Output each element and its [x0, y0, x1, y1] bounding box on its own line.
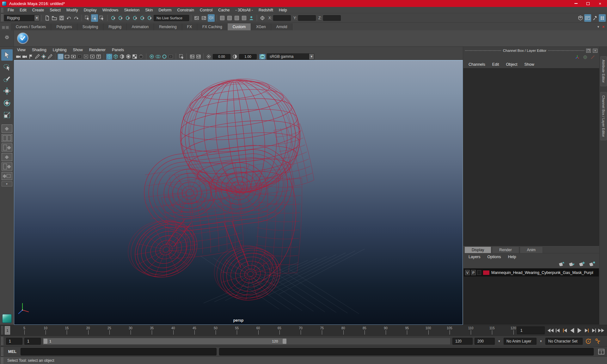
snap-to-points-icon[interactable] [124, 14, 131, 22]
shelf-tab-fx[interactable]: FX [182, 23, 197, 30]
toolbar-drag-handle[interactable] [1, 14, 3, 22]
redo-icon[interactable] [73, 14, 80, 22]
shadows-icon[interactable] [138, 54, 144, 60]
isolate-select-icon[interactable] [178, 54, 184, 60]
layout-four-pane[interactable] [2, 134, 12, 142]
exposure-field[interactable]: 0.00 [213, 54, 230, 59]
layer-name[interactable]: Mannequin_Head_Wearing_Cyberpunk_Gas_Mas… [491, 270, 593, 275]
paint-effects-icon[interactable] [241, 14, 248, 22]
animation-preferences-icon[interactable] [594, 337, 602, 345]
shelf-options-icon[interactable]: ▼ [597, 25, 600, 28]
create-empty-layer-icon[interactable] [579, 261, 586, 267]
panel-menu-panels[interactable]: Panels [109, 48, 127, 52]
playback-end-field[interactable]: 120 [452, 338, 473, 345]
layer-color-swatch[interactable] [483, 270, 489, 275]
display-region-icon[interactable] [83, 54, 89, 60]
layer-menu-layers[interactable]: Layers [466, 254, 483, 260]
menu-edit[interactable]: Edit [17, 7, 29, 13]
shelf-tab-fx-caching[interactable]: FX Caching [197, 23, 228, 30]
2d-pan-zoom-icon[interactable] [40, 54, 46, 60]
paint-select-tool[interactable] [1, 73, 13, 85]
snap-pencil-icon[interactable] [47, 54, 53, 60]
rotate-tool[interactable] [1, 97, 13, 109]
select-tool[interactable] [1, 49, 13, 61]
input-connections-icon[interactable] [193, 14, 200, 22]
playback-start-field[interactable]: 1 [24, 338, 41, 345]
layout-shortcuts-menu[interactable]: ▼ [2, 181, 12, 186]
mel-input[interactable] [21, 348, 217, 355]
tab-attribute-editor[interactable]: Attribute Editor [600, 56, 607, 86]
layer-editor-tab-display[interactable]: Display [464, 246, 491, 253]
panel-menu-show[interactable]: Show [70, 48, 86, 52]
save-scene-icon[interactable] [58, 14, 65, 22]
float-panel-icon[interactable]: ❐ [586, 49, 591, 53]
pane-layout-b-icon[interactable] [195, 54, 201, 60]
undo-icon[interactable] [65, 14, 72, 22]
shelf-tab-sculpting[interactable]: Sculpting [77, 23, 103, 30]
dock-drag-handle[interactable] [465, 50, 501, 51]
layer-menu-help[interactable]: Help [505, 254, 519, 260]
range-drag-handle[interactable] [1, 337, 3, 346]
maximize-button[interactable] [586, 2, 590, 5]
tab-channel-box-layer-editor[interactable]: Channel Box / Layer Editor [600, 92, 607, 140]
snap-to-projected-center-icon[interactable] [131, 14, 138, 22]
step-forward-key-button[interactable] [584, 327, 590, 334]
channel-box-empty-area[interactable] [463, 68, 599, 246]
select-object-icon[interactable] [91, 14, 98, 22]
open-scene-icon[interactable] [51, 14, 58, 22]
render-settings-icon[interactable] [233, 14, 240, 22]
ipr-render-icon[interactable] [226, 14, 233, 22]
menu-cache[interactable]: Cache [215, 7, 232, 13]
go-to-start-button[interactable] [547, 327, 554, 334]
menu-deform[interactable]: Deform [156, 7, 175, 13]
shelf-delete-icon[interactable]: × [602, 25, 604, 29]
menu-display[interactable]: Display [81, 7, 100, 13]
gear-icon[interactable] [4, 35, 9, 41]
range-track[interactable]: 1 120 [43, 338, 451, 345]
gamma-enable-toggle[interactable]: ON [259, 54, 266, 59]
chevron-down-icon[interactable]: ▼ [497, 338, 502, 345]
manip-sphere-icon[interactable] [583, 55, 587, 60]
snap-to-curves-icon[interactable] [117, 14, 124, 22]
manip-slash-icon[interactable] [591, 55, 595, 60]
panel-menu-view[interactable]: View [14, 48, 29, 52]
channel-box-menu-show[interactable]: Show [522, 61, 537, 68]
anim-layer-field[interactable]: No Anim Layer [504, 338, 536, 345]
panel-menu-shading[interactable]: Shading [29, 48, 50, 52]
exposure-icon[interactable] [205, 54, 212, 60]
modeling-toolkit-icon[interactable] [577, 14, 584, 22]
menu-skin[interactable]: Skin [142, 7, 156, 13]
wireframe-on-shaded-icon[interactable] [119, 54, 125, 60]
perspective-viewport[interactable]: persp [14, 60, 463, 325]
gamma-dropdown[interactable]: sRGB gamma ▼ [267, 53, 314, 60]
chevron-down-icon[interactable]: ▼ [538, 338, 543, 345]
help-line-drag-handle[interactable] [1, 357, 3, 363]
image-plane-icon[interactable] [34, 54, 40, 60]
menu-file[interactable]: File [5, 7, 17, 13]
channel-box-menu-edit[interactable]: Edit [489, 61, 502, 68]
y-input[interactable] [298, 15, 316, 21]
shelf-tab-polygons[interactable]: Polygons [51, 23, 77, 30]
menu-create[interactable]: Create [29, 7, 47, 13]
menuset-dropdown[interactable]: Rigging ▼ [4, 15, 40, 21]
output-connections-icon[interactable] [200, 14, 207, 22]
construction-history-icon[interactable] [208, 14, 215, 22]
camera-bookmark-icon[interactable] [28, 54, 34, 60]
render-current-frame-icon[interactable] [219, 14, 226, 22]
menu-redshift[interactable]: Redshift [256, 7, 276, 13]
layout-persp-node-editor[interactable] [2, 172, 12, 180]
layout-outliner-persp[interactable] [2, 143, 12, 152]
layout-hypershade-persp[interactable] [2, 162, 12, 171]
motion-blur-icon[interactable] [155, 54, 161, 60]
move-layer-down-icon[interactable] [569, 261, 575, 267]
depth-of-field-icon[interactable] [168, 54, 174, 60]
custom-shelf-item[interactable] [17, 33, 28, 44]
shelf-tab-animation[interactable]: Animation [127, 23, 154, 30]
select-hierarchy-icon[interactable] [84, 14, 91, 22]
layout-single-pane[interactable] [2, 124, 12, 133]
range-start-handle[interactable] [44, 339, 47, 344]
channel-box-toggle-icon[interactable] [599, 14, 606, 22]
gate-mask-icon[interactable] [77, 54, 83, 60]
camera-attributes-icon[interactable] [21, 54, 28, 60]
menu-windows[interactable]: Windows [100, 7, 121, 13]
